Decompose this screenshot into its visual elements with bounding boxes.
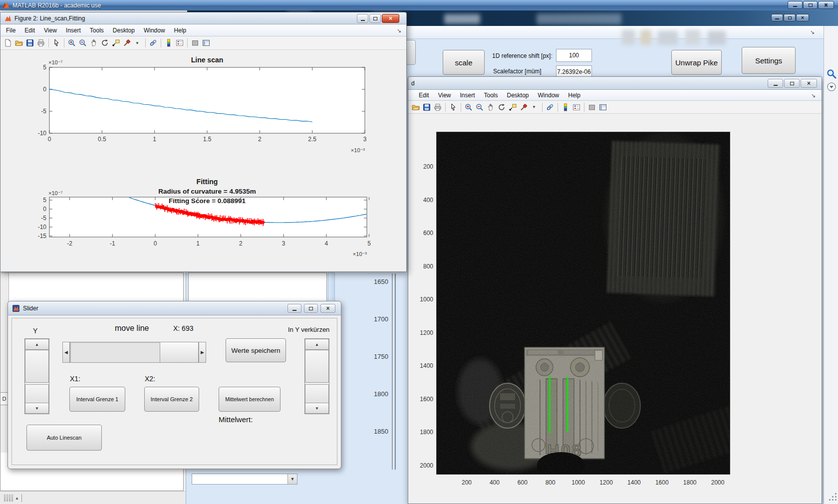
bg-close-button[interactable]: × (796, 14, 809, 21)
slider-thumb[interactable] (160, 342, 199, 363)
data-cursor-icon[interactable] (111, 38, 121, 48)
colorbar-icon[interactable] (560, 102, 570, 112)
menu-insert[interactable]: Insert (455, 90, 479, 101)
fig2-close-button[interactable]: × (382, 14, 399, 23)
figure2-plots[interactable]: Line scan×10⁻⁷×10⁻³50-5-1000.511.522.53F… (0, 50, 406, 271)
menu-view[interactable]: View (39, 25, 61, 36)
legend-icon[interactable] (175, 38, 185, 48)
menu-window[interactable]: Window (139, 25, 170, 36)
pan-icon[interactable] (486, 102, 496, 112)
maximize-button[interactable] (803, 1, 818, 9)
open-folder-icon[interactable] (411, 102, 421, 112)
save-icon[interactable] (25, 38, 35, 48)
plot-tools-show-icon[interactable] (201, 38, 211, 48)
new-doc-icon[interactable] (3, 38, 13, 48)
legend-icon[interactable] (571, 102, 581, 112)
menu-desktop[interactable]: Desktop (503, 90, 534, 101)
fig2-minimize-button[interactable] (357, 14, 368, 23)
auto-linescan-button[interactable]: Auto Linescan (26, 425, 102, 451)
menu-tools[interactable]: Tools (480, 90, 503, 101)
slider-right-arrow[interactable]: ▶ (199, 342, 206, 363)
dropdown-arrow-icon[interactable]: ▼ (287, 474, 297, 484)
rotate-icon[interactable] (497, 102, 507, 112)
dock-arrow-icon[interactable]: ↘ (397, 27, 401, 34)
dock-arrow-icon[interactable]: ↘ (810, 29, 815, 35)
unwrap-pike-button[interactable]: Unwrap Pike (671, 50, 722, 75)
zoom-out-icon[interactable] (475, 102, 485, 112)
zoom-in-icon[interactable] (464, 102, 474, 112)
fig2-maximize-button[interactable] (369, 14, 381, 23)
plot-tools-show-icon[interactable] (598, 102, 608, 112)
expand-toolstrip-icon[interactable] (827, 82, 837, 92)
dock-arrow-icon[interactable]: ↘ (811, 92, 816, 99)
brush-icon[interactable] (519, 102, 529, 112)
scroll-block[interactable] (305, 384, 329, 403)
interval-limit-2-button[interactable]: Interval Grenze 2 (144, 387, 199, 412)
print-icon[interactable] (433, 102, 443, 112)
link-icon[interactable] (545, 102, 555, 112)
resize-grip-icon[interactable] (829, 493, 837, 501)
plot-tools-hide-icon[interactable] (587, 102, 597, 112)
scale-button[interactable]: scale (443, 50, 485, 75)
data-cursor-icon[interactable] (508, 102, 518, 112)
slider-track[interactable] (70, 342, 163, 363)
scroll-block[interactable] (25, 384, 49, 403)
menu-view[interactable]: View (434, 90, 456, 101)
scroll-thumb[interactable] (305, 350, 329, 383)
scroll-down-button[interactable]: ▼ (305, 403, 329, 414)
menu-edit[interactable]: Edit (414, 90, 434, 101)
caret-icon[interactable]: ▼ (133, 38, 143, 48)
caret-icon[interactable]: ▼ (530, 102, 540, 112)
slider-minimize-button[interactable] (287, 304, 301, 313)
bg-maximize-button[interactable] (784, 14, 796, 21)
fig-minimize-button[interactable] (768, 79, 783, 88)
settings-button[interactable]: Settings (742, 47, 796, 74)
cursor-icon[interactable] (51, 38, 61, 48)
menu-help[interactable]: Help (170, 25, 191, 36)
menu-file[interactable]: File (1, 25, 20, 36)
cursor-icon[interactable] (448, 102, 458, 112)
fig-close-button[interactable]: × (801, 79, 817, 88)
menu-tools[interactable]: Tools (85, 25, 108, 36)
zoom-out-icon[interactable] (78, 38, 88, 48)
brush-icon[interactable] (122, 38, 132, 48)
y-scrollbar-left[interactable]: ▲ ▼ (24, 338, 49, 414)
calc-mean-button[interactable]: Mittelwert berechnen (219, 387, 280, 412)
menu-edit[interactable]: Edit (20, 25, 39, 36)
scroll-thumb[interactable] (25, 350, 49, 383)
statusbar-grip-icon[interactable]: ▲ (4, 494, 22, 502)
y-scrollbar-right[interactable]: ▲ ▼ (304, 338, 329, 414)
scroll-down-button[interactable]: ▼ (25, 403, 49, 414)
slider-maximize-button[interactable] (304, 304, 318, 313)
image-figure-titlebar[interactable]: d × (408, 77, 822, 90)
slider-left-arrow[interactable]: ◀ (62, 342, 70, 363)
menu-desktop[interactable]: Desktop (108, 25, 139, 36)
minimize-button[interactable] (788, 1, 803, 9)
zoom-in-icon[interactable] (67, 38, 77, 48)
plot-tools-hide-icon[interactable] (190, 38, 200, 48)
slider-close-button[interactable]: × (320, 304, 335, 313)
pan-icon[interactable] (89, 38, 99, 48)
colorbar-icon[interactable] (164, 38, 174, 48)
slider-titlebar[interactable]: Slider × (8, 301, 341, 315)
open-folder-icon[interactable] (14, 38, 24, 48)
gui-dropdown[interactable]: ▼ (192, 474, 297, 485)
print-icon[interactable] (36, 38, 46, 48)
speckle-image[interactable]: H08 (436, 132, 730, 475)
fig-maximize-button[interactable] (784, 79, 800, 88)
ref-shift-input[interactable]: 100 (556, 49, 592, 62)
rotate-icon[interactable] (100, 38, 110, 48)
scroll-up-button[interactable]: ▲ (305, 339, 329, 350)
save-values-button[interactable]: Werte speichern (226, 338, 286, 362)
save-icon[interactable] (422, 102, 432, 112)
figure2-titlebar[interactable]: Figure 2: Line_scan,Fitting × (0, 12, 406, 24)
menu-insert[interactable]: Insert (61, 25, 85, 36)
bg-minimize-button[interactable] (771, 14, 783, 21)
close-button[interactable]: × (818, 1, 834, 9)
menu-help[interactable]: Help (563, 90, 585, 101)
search-icon[interactable] (827, 69, 837, 79)
scroll-up-button[interactable]: ▲ (25, 339, 49, 350)
interval-limit-1-button[interactable]: Interval Grenze 1 (69, 387, 125, 412)
menu-window[interactable]: Window (534, 90, 564, 101)
link-icon[interactable] (148, 38, 158, 48)
